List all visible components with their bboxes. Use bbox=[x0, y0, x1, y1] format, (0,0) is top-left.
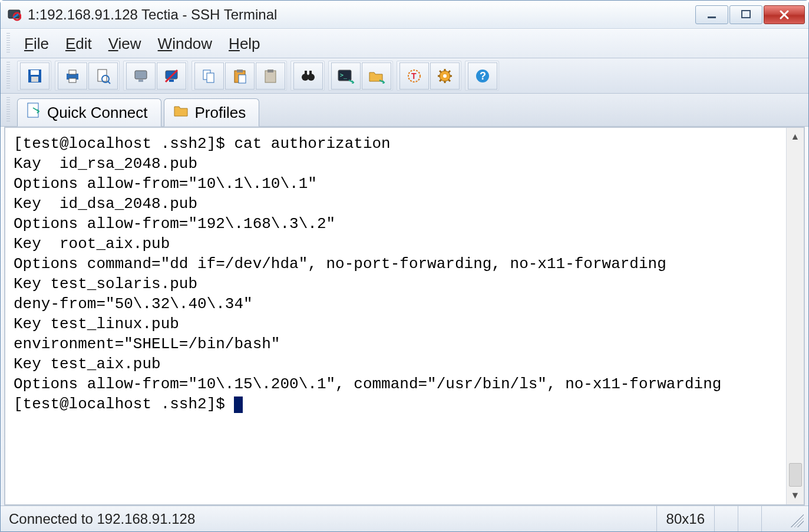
save-icon bbox=[27, 68, 43, 84]
gear-icon bbox=[437, 68, 453, 84]
svg-text:T: T bbox=[411, 71, 417, 81]
svg-rect-5 bbox=[31, 70, 39, 75]
monitor-icon bbox=[133, 68, 149, 84]
menubar: File Edit View Window Help bbox=[1, 29, 808, 58]
tunnels-button[interactable]: T bbox=[399, 62, 429, 90]
svg-text:?: ? bbox=[480, 70, 486, 82]
terminal-size: 80x16 bbox=[656, 506, 714, 531]
svg-rect-3 bbox=[742, 11, 750, 18]
settings-button[interactable] bbox=[430, 62, 460, 90]
menu-view[interactable]: View bbox=[108, 35, 141, 53]
statusbar: Connected to 192.168.91.128 80x16 bbox=[1, 505, 808, 531]
tab-label: Profiles bbox=[195, 104, 246, 122]
tab-quick-connect[interactable]: Quick Connect bbox=[17, 98, 161, 127]
tab-profiles[interactable]: Profiles bbox=[164, 98, 260, 127]
terminal-cursor bbox=[234, 396, 243, 413]
app-icon bbox=[6, 7, 22, 22]
scroll-thumb[interactable] bbox=[789, 463, 802, 487]
minimize-button[interactable] bbox=[695, 5, 728, 24]
save-button[interactable] bbox=[20, 62, 49, 90]
terminal-icon: >_ bbox=[337, 68, 355, 84]
binoculars-icon bbox=[300, 68, 316, 84]
tab-strip: Quick Connect Profiles bbox=[1, 94, 808, 127]
status-cell-3 bbox=[761, 506, 785, 531]
close-button[interactable] bbox=[764, 5, 805, 24]
svg-rect-8 bbox=[69, 70, 76, 74]
resize-grip[interactable] bbox=[787, 511, 804, 527]
monitor-slash-icon bbox=[163, 68, 180, 84]
svg-rect-15 bbox=[169, 80, 174, 82]
terminal-button[interactable]: >_ bbox=[331, 62, 361, 90]
tab-label: Quick Connect bbox=[47, 104, 148, 122]
svg-point-32 bbox=[443, 74, 447, 78]
svg-rect-6 bbox=[31, 77, 38, 82]
file-transfer-button[interactable] bbox=[362, 62, 391, 90]
menu-window[interactable]: Window bbox=[158, 35, 212, 53]
folder-arrow-icon bbox=[368, 68, 385, 84]
svg-rect-13 bbox=[138, 80, 143, 82]
copy-button[interactable] bbox=[194, 62, 224, 90]
print-preview-button[interactable] bbox=[88, 62, 118, 90]
terminal-output[interactable]: [test@localhost .ssh2]$ cat authorizatio… bbox=[5, 128, 786, 504]
gear-t-icon: T bbox=[406, 68, 422, 84]
menu-file[interactable]: File bbox=[24, 35, 49, 53]
paste-button[interactable] bbox=[225, 62, 255, 90]
scroll-down-button[interactable]: ▼ bbox=[789, 489, 802, 502]
status-cell-1 bbox=[714, 506, 738, 531]
svg-rect-9 bbox=[69, 78, 76, 82]
folder-icon bbox=[173, 103, 189, 123]
print-preview-icon bbox=[95, 68, 111, 84]
help-icon: ? bbox=[474, 68, 491, 84]
svg-rect-2 bbox=[708, 16, 716, 18]
svg-rect-22 bbox=[268, 70, 273, 72]
print-icon bbox=[64, 68, 81, 84]
copy-icon bbox=[201, 68, 217, 84]
svg-rect-25 bbox=[305, 71, 307, 75]
connect-bar-button[interactable] bbox=[157, 62, 186, 90]
toolbar: >_ T ? bbox=[1, 58, 808, 94]
paste-icon bbox=[232, 68, 248, 84]
svg-rect-26 bbox=[309, 71, 312, 75]
svg-text:>_: >_ bbox=[340, 72, 348, 79]
svg-rect-12 bbox=[135, 71, 147, 79]
svg-rect-20 bbox=[239, 75, 246, 83]
window-controls bbox=[694, 5, 805, 24]
titlebar: 1:192.168.91.128 Tectia - SSH Terminal bbox=[1, 1, 808, 29]
svg-rect-17 bbox=[207, 73, 214, 82]
terminal-area: [test@localhost .ssh2]$ cat authorizatio… bbox=[4, 127, 805, 505]
page-arrow-icon bbox=[26, 102, 41, 124]
find-button[interactable] bbox=[293, 62, 323, 90]
menu-edit[interactable]: Edit bbox=[65, 35, 92, 53]
help-button[interactable]: ? bbox=[468, 62, 497, 90]
print-button[interactable] bbox=[58, 62, 87, 90]
vertical-scrollbar[interactable]: ▲ ▼ bbox=[786, 128, 804, 504]
svg-rect-19 bbox=[237, 70, 243, 72]
clipboard-icon bbox=[262, 68, 279, 84]
status-cell-2 bbox=[738, 506, 761, 531]
app-window: 1:192.168.91.128 Tectia - SSH Terminal F… bbox=[0, 0, 809, 532]
maximize-button[interactable] bbox=[729, 5, 762, 24]
menu-help[interactable]: Help bbox=[229, 35, 260, 53]
disconnect-button[interactable] bbox=[126, 62, 156, 90]
scroll-up-button[interactable]: ▲ bbox=[789, 130, 802, 143]
connection-status: Connected to 192.168.91.128 bbox=[9, 511, 195, 527]
paste-selection-button[interactable] bbox=[256, 62, 285, 90]
window-title: 1:192.168.91.128 Tectia - SSH Terminal bbox=[28, 6, 694, 23]
